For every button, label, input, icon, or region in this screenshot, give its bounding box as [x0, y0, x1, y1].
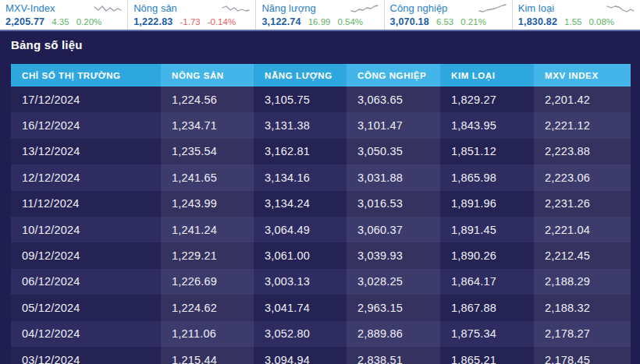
row-value-cell: 1,241.65	[161, 164, 254, 190]
row-value-cell: 1,843.95	[440, 112, 534, 138]
sparkline-icon	[94, 4, 122, 13]
ticker-index-value: 2,205.77	[5, 16, 44, 27]
row-value-cell: 3,105.75	[254, 87, 347, 112]
market-ticker-bar: MXV-Index 2,205.77 4.35 0.20% Nông sản 1…	[0, 0, 640, 30]
table-row[interactable]: 13/12/2024 1,235.54 3,162.81 3,050.35 1,…	[11, 139, 631, 164]
ticker-item-1[interactable]: MXV-Index 2,205.77 4.35 0.20%	[0, 0, 128, 30]
row-value-cell: 3,134.16	[254, 164, 347, 190]
row-value-cell: 1,867.88	[440, 295, 534, 320]
table-row[interactable]: 05/12/2024 1,224.62 3,041.74 2,963.15 1,…	[11, 295, 631, 320]
row-date-cell: 11/12/2024	[11, 191, 161, 217]
row-value-cell: 1,851.12	[440, 139, 534, 164]
row-value-cell: 2,188.32	[534, 295, 631, 320]
row-value-cell: 2,178.27	[534, 321, 631, 347]
row-value-cell: 2,212.45	[534, 242, 631, 268]
row-value-cell: 1,865.98	[440, 164, 534, 190]
row-value-cell: 1,891.45	[440, 217, 534, 242]
row-value-cell: 1,865.21	[440, 347, 534, 364]
row-value-cell: 1,243.99	[161, 191, 254, 217]
table-row[interactable]: 11/12/2024 1,243.99 3,134.24 3,016.53 1,…	[11, 191, 631, 217]
row-value-cell: 3,131.38	[254, 112, 347, 138]
row-value-cell: 3,162.81	[254, 139, 347, 164]
ticker-index-label: Công nghiệp	[390, 3, 448, 14]
ticker-item-values: 2,205.77 4.35 0.20%	[5, 16, 122, 27]
row-value-cell: 1,229.21	[161, 242, 254, 268]
table-column-header: CHỈ SỐ THỊ TRƯỜNG	[11, 64, 161, 87]
row-value-cell: 2,178.45	[534, 347, 631, 364]
ticker-index-change-pct: 0.54%	[337, 17, 363, 27]
ticker-index-change-pct: -0.14%	[208, 17, 236, 27]
ticker-item-2[interactable]: Nông sản 1,222.83 -1.73 -0.14%	[128, 0, 256, 30]
table-row[interactable]: 12/12/2024 1,241.65 3,134.16 3,031.88 1,…	[11, 164, 631, 190]
ticker-index-label: Kim loại	[518, 3, 554, 14]
ticker-index-change-pct: 0.20%	[76, 17, 102, 27]
data-table: CHỈ SỐ THỊ TRƯỜNG NÔNG SẢN NĂNG LƯỢNG CÔ…	[11, 64, 631, 364]
row-value-cell: 2,223.88	[534, 139, 631, 164]
ticker-index-change-pct: 0.21%	[460, 17, 486, 27]
ticker-item-4[interactable]: Công nghiệp 3,070.18 6.53 0.21%	[385, 0, 513, 30]
row-value-cell: 3,031.88	[347, 164, 440, 190]
table-row[interactable]: 09/12/2024 1,229.21 3,061.00 3,039.93 1,…	[11, 242, 631, 268]
ticker-item-top: Năng lượng	[261, 3, 378, 14]
row-value-cell: 3,028.25	[347, 269, 440, 295]
row-value-cell: 2,201.42	[534, 87, 631, 112]
ticker-item-5[interactable]: Kim loại 1,830.82 1.55 0.08%	[513, 0, 640, 30]
row-value-cell: 3,101.47	[347, 112, 440, 138]
row-value-cell: 3,134.24	[254, 191, 347, 217]
row-value-cell: 2,221.12	[534, 112, 631, 138]
row-value-cell: 2,188.29	[534, 269, 631, 295]
table-column-header: NĂNG LƯỢNG	[254, 64, 347, 87]
table-column-header: CÔNG NGHIỆP	[347, 64, 440, 87]
row-value-cell: 1,224.62	[161, 295, 254, 320]
ticker-index-value: 3,070.18	[390, 16, 429, 27]
ticker-index-label: Nông sản	[133, 3, 177, 14]
table-row[interactable]: 17/12/2024 1,224.56 3,105.75 3,063.65 1,…	[11, 87, 631, 112]
ticker-item-values: 3,070.18 6.53 0.21%	[390, 16, 507, 27]
sparkline-icon	[478, 4, 507, 13]
row-value-cell: 1,215.44	[161, 347, 254, 364]
table-column-header: NÔNG SẢN	[161, 64, 254, 87]
row-date-cell: 12/12/2024	[11, 164, 161, 190]
row-date-cell: 09/12/2024	[11, 242, 161, 268]
table-row[interactable]: 06/12/2024 1,226.69 3,003.13 3,028.25 1,…	[11, 269, 631, 295]
row-date-cell: 05/12/2024	[11, 295, 161, 320]
row-value-cell: 1,211.06	[161, 321, 254, 347]
row-value-cell: 1,241.24	[161, 217, 254, 242]
row-date-cell: 06/12/2024	[11, 269, 161, 295]
table-row[interactable]: 03/12/2024 1,215.44 3,094.94 2,838.51 1,…	[11, 347, 631, 364]
table-row[interactable]: 10/12/2024 1,241.24 3,064.49 3,060.37 1,…	[11, 217, 631, 242]
row-value-cell: 3,064.49	[254, 217, 347, 242]
sparkline-icon	[350, 4, 379, 13]
ticker-item-3[interactable]: Năng lượng 3,122.74 16.99 0.54%	[256, 0, 384, 30]
ticker-item-top: Kim loại	[518, 3, 635, 14]
row-value-cell: 1,890.26	[440, 242, 534, 268]
ticker-item-top: MXV-Index	[5, 3, 122, 14]
table-column-header: MXV INDEX	[534, 64, 631, 87]
row-value-cell: 1,829.27	[440, 87, 534, 112]
table-body: 17/12/2024 1,224.56 3,105.75 3,063.65 1,…	[11, 87, 631, 364]
ticker-index-change: 1.55	[564, 17, 581, 27]
section-title: Bảng số liệu	[11, 38, 631, 51]
sparkline-icon	[606, 4, 635, 13]
row-value-cell: 3,094.94	[254, 347, 347, 364]
table-header-row: CHỈ SỐ THỊ TRƯỜNG NÔNG SẢN NĂNG LƯỢNG CÔ…	[11, 64, 631, 87]
table-row[interactable]: 16/12/2024 1,234.71 3,131.38 3,101.47 1,…	[11, 112, 631, 138]
row-value-cell: 3,061.00	[254, 242, 347, 268]
row-value-cell: 2,231.26	[534, 191, 631, 217]
row-value-cell: 3,003.13	[254, 269, 347, 295]
table-column-header: KIM LOẠI	[440, 64, 534, 87]
ticker-index-value: 1,222.83	[133, 16, 172, 27]
row-date-cell: 10/12/2024	[11, 217, 161, 242]
table-row[interactable]: 04/12/2024 1,211.06 3,052.80 2,889.86 1,…	[11, 321, 631, 347]
row-value-cell: 1,224.56	[161, 87, 254, 112]
ticker-item-values: 3,122.74 16.99 0.54%	[261, 16, 378, 27]
row-value-cell: 2,221.04	[534, 217, 631, 242]
sparkline-icon	[222, 4, 250, 13]
ticker-index-label: MXV-Index	[5, 3, 55, 14]
row-value-cell: 1,875.34	[440, 321, 534, 347]
row-date-cell: 04/12/2024	[11, 321, 161, 347]
row-value-cell: 1,234.71	[161, 112, 254, 138]
row-value-cell: 2,838.51	[347, 347, 440, 364]
row-date-cell: 13/12/2024	[11, 139, 161, 164]
row-value-cell: 3,050.35	[347, 139, 440, 164]
